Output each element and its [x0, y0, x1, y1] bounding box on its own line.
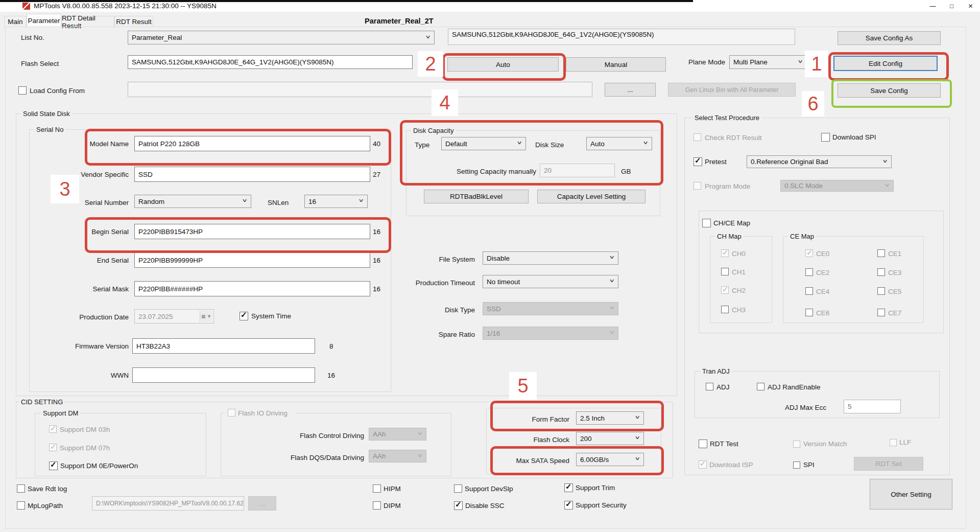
pretest-label: Pretest — [705, 158, 727, 166]
maximize-icon[interactable]: □ — [942, 0, 961, 12]
firmware-version-input[interactable]: HT3B22A3 — [132, 338, 315, 354]
wwn-input[interactable] — [132, 367, 315, 383]
save-rdt-log-checkbox[interactable] — [17, 484, 25, 493]
list-no-value: Parameter_Real — [132, 34, 182, 41]
setting-capacity-label: Setting Capacity manually — [449, 168, 536, 176]
serial-number-label: Serial Number — [56, 199, 129, 207]
disable-ssc-checkbox[interactable] — [454, 501, 463, 510]
program-mode-value: 0.SLC Mode — [784, 182, 823, 190]
mplogpath-checkbox[interactable] — [17, 501, 25, 510]
serial-mask-input[interactable]: P220PIBB######HP — [134, 281, 370, 296]
edit-config-button[interactable]: Edit Config — [833, 56, 938, 71]
close-icon[interactable]: ✕ — [961, 0, 980, 12]
support-security-checkbox[interactable] — [564, 501, 573, 510]
support-devslp-checkbox[interactable] — [454, 484, 462, 493]
adj-randenable-checkbox[interactable] — [757, 383, 764, 390]
download-spi-checkbox[interactable] — [821, 133, 830, 142]
save-config-as-button[interactable]: Save Config As — [838, 31, 941, 45]
chevron-down-icon: ∨ — [609, 330, 615, 335]
form-factor-select[interactable]: 2.5 Inch ∨ — [576, 411, 644, 425]
production-timeout-select[interactable]: No timeout ∨ — [483, 275, 618, 288]
hipm-checkbox[interactable] — [373, 484, 381, 493]
rdt-test-checkbox[interactable] — [699, 440, 707, 448]
adj-max-ecc-input[interactable]: 5 — [844, 400, 901, 413]
support-trim-checkbox[interactable] — [564, 483, 573, 492]
adj-checkbox[interactable] — [706, 383, 713, 390]
ch3-label: CH3 — [732, 306, 746, 314]
rdt-badblk-level-button[interactable]: RDTBadBlkLevel — [424, 190, 529, 203]
solid-state-disk-group-label: Solid State Disk — [21, 110, 72, 118]
ch3-checkbox[interactable] — [721, 306, 729, 313]
pretest-checkbox[interactable] — [694, 157, 702, 166]
capacity-level-setting-button[interactable]: Capacity Level Setting — [537, 190, 646, 203]
spare-ratio-value: 1/16 — [487, 330, 500, 337]
tab-rdt-detail-result[interactable]: RDT Detail Result — [61, 16, 114, 27]
flash-select-input[interactable]: SAMSUNG,512Gbit,K9AHGD8J0E_64G_1V2(AHG0E… — [128, 55, 413, 69]
spare-ratio-label: Spare Ratio — [403, 331, 475, 339]
download-isp-label: Download ISP — [709, 461, 753, 469]
serial-mask-count: 16 — [373, 285, 380, 293]
ce-map-group — [783, 236, 924, 323]
ce2-checkbox[interactable] — [805, 268, 813, 276]
support-dm-0e-label: Support DM 0E/PowerOn — [60, 462, 138, 470]
other-setting-button[interactable]: Other Setting — [870, 479, 952, 510]
chce-map-checkbox[interactable] — [702, 219, 711, 227]
serial-number-select[interactable]: Random ∨ — [134, 195, 251, 208]
model-name-input[interactable]: Patriot P220 128GB — [134, 136, 370, 151]
chevron-down-icon: ∨ — [797, 58, 803, 63]
capacity-type-select[interactable]: Default ∨ — [441, 137, 526, 150]
disk-size-select[interactable]: Auto ∨ — [586, 137, 652, 150]
vendor-specific-input[interactable]: SSD — [134, 167, 370, 182]
begin-serial-label: Begin Serial — [56, 228, 129, 236]
tab-main[interactable]: Main — [4, 16, 27, 27]
flash-description-box[interactable]: SAMSUNG,512Gbit,K9AHGD8J0E_64G_1V2(AHG0E… — [448, 29, 795, 45]
disable-ssc-label: Disable SSC — [465, 502, 505, 510]
ce3-checkbox[interactable] — [877, 268, 885, 276]
plane-mode-select[interactable]: Multi Plane ∨ — [729, 55, 807, 69]
file-system-value: Disable — [487, 255, 510, 262]
dipm-checkbox[interactable] — [373, 501, 381, 510]
ce1-checkbox[interactable] — [877, 249, 885, 257]
ce6-label: CE6 — [816, 309, 829, 317]
max-sata-speed-select[interactable]: 6.00GB/s ∨ — [576, 453, 644, 466]
chevron-down-icon: ∨ — [634, 435, 640, 440]
llf-checkbox — [890, 439, 897, 446]
load-config-checkbox[interactable] — [18, 86, 27, 95]
ce6-checkbox[interactable] — [805, 309, 813, 316]
minimize-icon[interactable]: — — [923, 0, 942, 12]
auto-button[interactable]: Auto — [447, 57, 559, 72]
ch2-label: CH2 — [732, 287, 746, 295]
system-time-checkbox[interactable] — [240, 312, 248, 320]
list-no-select[interactable]: Parameter_Real ∨ — [128, 31, 435, 44]
ce5-checkbox[interactable] — [877, 287, 885, 295]
spi-label: SPI — [803, 461, 815, 469]
flash-clock-value: 200 — [580, 435, 592, 443]
gen-linux-bin-button[interactable]: Gen Linux Bin with All Parameter — [668, 83, 796, 97]
wwn-label: WWN — [56, 372, 129, 380]
ce4-checkbox[interactable] — [805, 287, 813, 295]
ce7-checkbox[interactable] — [877, 309, 885, 316]
file-system-select[interactable]: Disable ∨ — [483, 251, 618, 265]
date-picker-icon: ▦ ▼ — [200, 311, 212, 322]
save-config-button[interactable]: Save Config — [838, 83, 941, 98]
begin-serial-input[interactable]: P220PIBB915473HP — [134, 224, 370, 239]
spi-checkbox[interactable] — [793, 461, 800, 469]
chevron-down-icon: ∨ — [609, 255, 615, 260]
vendor-specific-count: 27 — [373, 171, 380, 178]
ch1-checkbox[interactable] — [721, 268, 729, 275]
load-config-path-input[interactable] — [128, 82, 592, 97]
browse-button[interactable]: ... — [605, 83, 656, 97]
manual-button[interactable]: Manual — [566, 57, 666, 72]
tab-parameter[interactable]: Parameter — [27, 14, 61, 27]
flash-clock-select[interactable]: 200 ∨ — [576, 432, 644, 445]
support-security-label: Support Security — [576, 501, 627, 510]
pretest-select[interactable]: 0.Reference Original Bad ∨ — [747, 155, 892, 168]
support-dm-0e-checkbox[interactable] — [49, 461, 58, 470]
adj-label: ADJ — [716, 383, 730, 391]
load-config-label: Load Config From — [30, 87, 85, 95]
mptools-window: MPTools V8.00.00.85.558 2023-12-15 21:30… — [0, 0, 980, 532]
end-serial-input[interactable]: P220PIBB999999HP — [134, 252, 370, 268]
snlen-select[interactable]: 16 ∨ — [304, 195, 368, 208]
chevron-down-icon: ∨ — [417, 430, 423, 435]
tab-rdt-result[interactable]: RDT Result — [114, 16, 153, 27]
